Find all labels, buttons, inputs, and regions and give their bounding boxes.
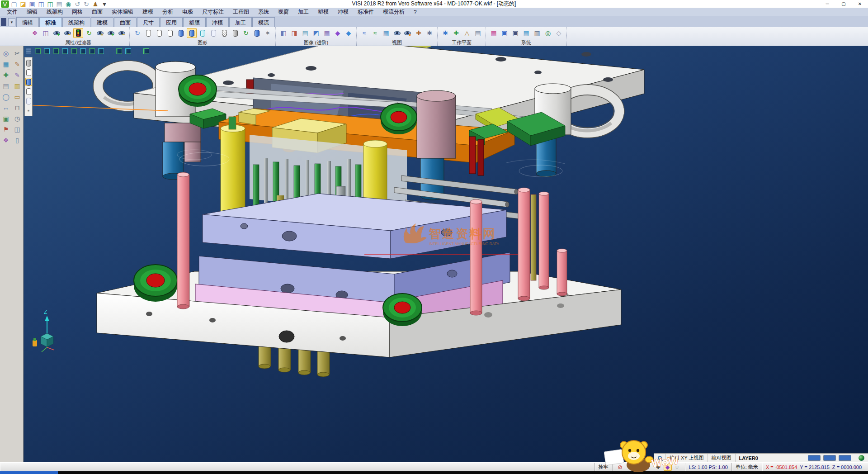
axo-view-cube-icon[interactable] xyxy=(97,47,105,55)
print-icon[interactable]: ▤ xyxy=(55,0,63,8)
toggle-visibility-icon[interactable]: ± xyxy=(95,28,105,38)
sketch-pencil-icon[interactable]: ✎ xyxy=(12,70,23,80)
dynamic-pan-icon[interactable]: ≈ xyxy=(359,28,369,38)
frames-eye-red-icon[interactable]: ◨ xyxy=(289,28,299,38)
minimize-button[interactable]: ─ xyxy=(819,0,835,8)
color-swatch-3[interactable] xyxy=(839,455,851,461)
front-view-cube-icon[interactable] xyxy=(52,47,60,55)
shade-mode-edges-icon[interactable] xyxy=(25,87,32,95)
globe-icon[interactable] xyxy=(855,454,868,462)
hide-entities-icon[interactable]: − xyxy=(62,28,72,38)
menu-edit[interactable]: 编辑 xyxy=(23,8,42,16)
stopwatch-icon[interactable]: ◷ xyxy=(12,113,23,123)
isometric-grid-icon[interactable]: ◇ xyxy=(554,28,564,38)
copy-attributes-icon[interactable]: ◫ xyxy=(41,28,51,38)
help-icon[interactable]: ? xyxy=(645,464,653,471)
shaded-view-cube-icon[interactable] xyxy=(142,47,150,55)
shade-mode-hidden-icon[interactable] xyxy=(25,68,32,76)
move-axes-icon[interactable]: ✚ xyxy=(0,70,11,80)
hidden-line-cylinder-icon[interactable] xyxy=(154,28,164,38)
show-entities-icon[interactable]: + xyxy=(52,28,61,38)
hide-all-icon[interactable]: − xyxy=(117,28,127,38)
menu-mold[interactable]: 塑模 xyxy=(314,8,333,16)
record-icon[interactable]: ⊘ xyxy=(616,464,624,471)
absolute-view-cell[interactable]: 绝对视图 xyxy=(708,454,736,462)
tab-moldflow[interactable]: 模流 xyxy=(252,17,275,27)
right-view-cube-icon[interactable] xyxy=(61,47,69,55)
bottom-view-cube-icon[interactable] xyxy=(88,47,96,55)
measure-box-icon[interactable]: ▣ xyxy=(0,113,11,123)
menu-solid-edit[interactable]: 实体编辑 xyxy=(108,8,137,16)
copy-sheets-icon[interactable]: ◫ xyxy=(12,124,23,134)
save-icon[interactable]: ▣ xyxy=(28,0,36,8)
workplane-grid-icon[interactable]: ▦ xyxy=(0,59,11,69)
view-glasses-orange-icon[interactable]: ● xyxy=(403,28,413,38)
zoom-window-icon[interactable]: ◎ xyxy=(0,48,11,58)
tab-application[interactable]: 应用 xyxy=(160,17,183,27)
caliper-icon[interactable]: ⊓ xyxy=(12,102,23,113)
cup-icon[interactable]: ∪ xyxy=(673,464,681,471)
tab-molding[interactable]: 塑膜 xyxy=(183,17,206,27)
monitor-icon[interactable]: ▣ xyxy=(500,28,509,38)
refresh-shading-icon[interactable]: ↻ xyxy=(241,28,251,38)
zoom-search-icon[interactable] xyxy=(654,454,666,462)
save-as-icon[interactable]: ◫ xyxy=(37,0,45,8)
workplane-list-icon[interactable]: ▤ xyxy=(473,28,483,38)
ruler-icon[interactable]: ▭ xyxy=(12,91,23,102)
monitor-dark-icon[interactable]: ▣ xyxy=(510,28,520,38)
render-box-cylinder-icon[interactable] xyxy=(230,28,240,38)
new-file-icon[interactable]: ▢ xyxy=(10,0,18,8)
film-eye-icon[interactable]: ▤ xyxy=(300,28,310,38)
calculator-icon[interactable]: ▥ xyxy=(532,28,542,38)
axis-view-icon[interactable]: ✚ xyxy=(414,28,424,38)
menu-modeling[interactable]: 建模 xyxy=(138,8,157,16)
tab-wireframe[interactable]: 线架构 xyxy=(62,17,90,27)
dynamic-zoom-icon[interactable]: ▦ xyxy=(381,28,391,38)
tab-die[interactable]: 冲模 xyxy=(206,17,229,27)
workplane-axes-icon[interactable]: ✚ xyxy=(451,28,461,38)
frames-eye-icon[interactable]: ◧ xyxy=(278,28,288,38)
show-all-icon[interactable]: + xyxy=(106,28,116,38)
erase-pencil-icon[interactable]: ✎ xyxy=(12,59,23,69)
color-swatch-1[interactable] xyxy=(808,455,821,461)
open-folder-icon[interactable]: ◪ xyxy=(19,0,27,8)
menu-analysis[interactable]: 分析 xyxy=(158,8,177,16)
dimetric-view-cube-icon[interactable] xyxy=(115,47,123,55)
palette-small-icon[interactable]: ❖ xyxy=(0,135,11,145)
tab-edit[interactable]: 编辑 xyxy=(16,17,39,27)
pen-icon[interactable]: ✎ xyxy=(626,464,634,471)
shaded-edges-cylinder-icon[interactable] xyxy=(187,28,197,38)
menu-die[interactable]: 冲模 xyxy=(334,8,353,16)
cut-icon[interactable]: ✂ xyxy=(12,48,23,58)
undo-icon[interactable]: ↺ xyxy=(73,0,81,8)
refresh-visibility-icon[interactable]: ↻ xyxy=(84,28,94,38)
plumb-tool-icon[interactable]: ♟ xyxy=(91,0,99,8)
flag-icon[interactable]: ⚑ xyxy=(0,124,11,134)
iso-view-cube-icon[interactable] xyxy=(33,47,42,55)
tab-modeling[interactable]: 建模 xyxy=(91,17,113,27)
redo-icon[interactable]: ↻ xyxy=(82,0,90,8)
maximize-button[interactable]: ▢ xyxy=(835,0,852,8)
menu-window[interactable]: 视窗 xyxy=(274,8,293,16)
shaded-cylinder-icon[interactable] xyxy=(176,28,186,38)
menu-wireframe[interactable]: 线架构 xyxy=(42,8,67,16)
menu-dimension[interactable]: 尺寸标注 xyxy=(198,8,228,16)
color-cells-icon[interactable]: ▦ xyxy=(521,28,531,38)
visibility-filter-icon[interactable] xyxy=(73,28,83,38)
shade-mode-shaded-icon[interactable] xyxy=(25,78,32,86)
hatched-cylinder-icon[interactable] xyxy=(219,28,229,38)
dashed-hidden-cylinder-icon[interactable] xyxy=(165,28,175,38)
wireframe-cylinder-icon[interactable] xyxy=(143,28,153,38)
edit-attributes-icon[interactable]: ❖ xyxy=(30,28,40,38)
trimetric-view-cube-icon[interactable] xyxy=(124,47,132,55)
layer-globe-icon[interactable]: ◎ xyxy=(543,28,553,38)
shaded-cube-icon[interactable]: ◆ xyxy=(333,28,343,38)
left-view-cube-icon[interactable] xyxy=(70,47,78,55)
menu-mesh[interactable]: 网格 xyxy=(68,8,87,16)
lock-toggle[interactable]: 拴牢 xyxy=(594,463,612,471)
key-icon[interactable]: ✦ xyxy=(635,464,643,471)
shade-mode-ghost-icon[interactable] xyxy=(25,97,32,105)
tab-machining[interactable]: 加工 xyxy=(229,17,252,27)
menu-electrode[interactable]: 电极 xyxy=(178,8,197,16)
menu-system[interactable]: 系统 xyxy=(254,8,273,16)
